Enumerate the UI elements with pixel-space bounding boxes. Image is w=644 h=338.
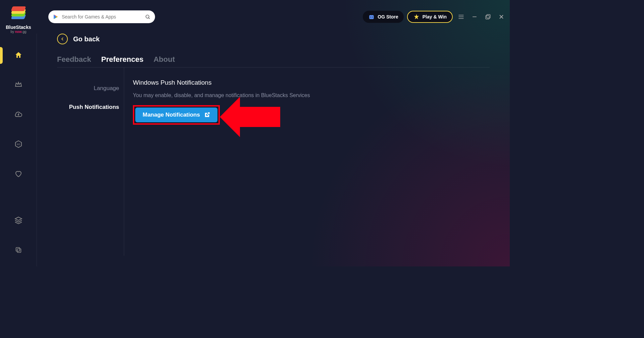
heart-icon: [14, 170, 22, 178]
manage-notifications-label: Manage Notifications: [143, 112, 200, 118]
svg-rect-5: [487, 14, 490, 18]
svg-point-3: [372, 17, 373, 18]
preferences-sidebar: Language Push Notifications: [57, 68, 124, 256]
arrow-annotation-icon: [220, 92, 280, 142]
play-store-icon: [53, 14, 58, 19]
header-right: OG Store Play & Win: [363, 11, 506, 23]
cloud-download-icon: [14, 111, 22, 119]
layers-icon: [14, 216, 22, 224]
home-icon: [14, 51, 22, 59]
svg-rect-10: [17, 249, 21, 252]
svg-text:W3: W3: [16, 143, 20, 145]
go-back-button[interactable]: Go back: [57, 34, 490, 44]
svg-marker-4: [414, 14, 419, 19]
svg-marker-9: [15, 217, 22, 220]
search-icon: [145, 14, 150, 19]
og-store-label: OG Store: [378, 14, 398, 19]
sidebar-layers[interactable]: [12, 214, 25, 226]
sidebar-heart[interactable]: [12, 167, 25, 180]
tab-about[interactable]: About: [153, 55, 175, 64]
tab-preferences[interactable]: Preferences: [101, 55, 144, 64]
settings-tabs: Feedback Preferences About: [57, 55, 490, 68]
svg-rect-6: [486, 15, 489, 19]
sidebar-crown[interactable]: [12, 78, 25, 91]
brand-byline: by now.gg: [10, 30, 26, 34]
bluestacks-logo-icon: [10, 6, 27, 23]
svg-marker-12: [220, 97, 280, 137]
maximize-button[interactable]: [483, 12, 493, 22]
main-content: Go back Feedback Preferences About Langu…: [37, 30, 510, 266]
logo[interactable]: BlueStacks by now.gg: [0, 0, 37, 34]
play-win-label: Play & Win: [423, 14, 447, 19]
external-link-icon: [204, 112, 210, 118]
close-button[interactable]: [496, 12, 506, 22]
sidebar: W3: [0, 34, 37, 266]
crown-icon: [14, 81, 22, 89]
sidebar-home[interactable]: [12, 49, 25, 61]
pref-language[interactable]: Language: [57, 79, 119, 98]
sidebar-w3[interactable]: W3: [12, 138, 25, 151]
pref-push-notifications[interactable]: Push Notifications: [57, 98, 119, 117]
search-bar[interactable]: [48, 10, 155, 23]
brand-name: BlueStacks: [6, 25, 31, 30]
sidebar-cloud[interactable]: [12, 108, 25, 121]
section-description: You may enable, disable, and manage noti…: [133, 92, 490, 98]
minimize-button[interactable]: [469, 12, 480, 22]
go-back-label: Go back: [73, 35, 100, 43]
svg-point-2: [370, 17, 371, 18]
highlight-annotation: Manage Notifications: [133, 105, 220, 125]
search-input[interactable]: [62, 14, 145, 19]
play-win-button[interactable]: Play & Win: [407, 11, 453, 23]
hamburger-menu-button[interactable]: [456, 12, 466, 22]
preferences-content: Language Push Notifications Windows Push…: [57, 68, 490, 256]
svg-rect-1: [369, 15, 374, 19]
back-arrow-icon: [57, 34, 68, 44]
top-bar: BlueStacks by now.gg OG Store: [0, 0, 510, 34]
svg-point-0: [146, 15, 149, 18]
star-badge-icon: [413, 13, 420, 20]
og-store-icon: [368, 13, 375, 20]
manage-notifications-button[interactable]: Manage Notifications: [135, 108, 217, 122]
preferences-panel: Windows Push Notifications You may enabl…: [124, 68, 490, 256]
copy-icon: [15, 246, 22, 254]
og-store-button[interactable]: OG Store: [363, 11, 403, 23]
section-title: Windows Push Notifications: [133, 79, 490, 86]
tab-feedback[interactable]: Feedback: [57, 55, 91, 64]
sidebar-copy[interactable]: [12, 244, 25, 256]
hexagon-w3-icon: W3: [14, 140, 22, 148]
svg-rect-11: [16, 247, 19, 251]
